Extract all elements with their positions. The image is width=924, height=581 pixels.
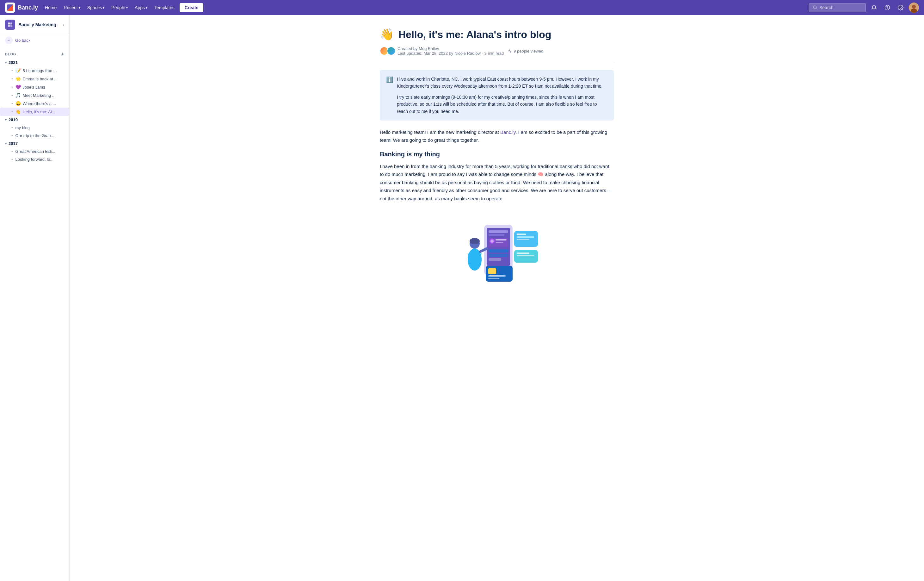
nav-apps[interactable]: Apps ▾ xyxy=(132,3,150,12)
workspace-icon xyxy=(5,20,15,30)
item-emoji: 💜 xyxy=(15,84,21,89)
blog-item-hello-active[interactable]: • 👋 Hello, it's me: Al... xyxy=(0,108,69,116)
bullet-icon: • xyxy=(12,93,13,98)
nav-spaces[interactable]: Spaces ▾ xyxy=(84,3,108,12)
section-heading-banking: Banking is my thing xyxy=(380,151,614,158)
page-meta: Created by Meg Bailey Last updated: Mar … xyxy=(380,46,614,61)
logo[interactable]: Banc.ly xyxy=(5,3,38,13)
body-paragraph-2: I have been in from the banking industry… xyxy=(380,162,614,203)
svg-rect-28 xyxy=(517,239,530,240)
help-button[interactable] xyxy=(882,3,893,13)
apps-chevron-icon: ▾ xyxy=(146,6,147,10)
year-2021-label: 2021 xyxy=(8,60,18,65)
page-title: Hello, it's me: Alana's intro blog xyxy=(398,29,551,40)
nav-recent[interactable]: Recent ▾ xyxy=(60,3,83,12)
blog-item-ourtrip[interactable]: • Our trip to the Gran... xyxy=(0,132,69,139)
bancly-link[interactable]: Banc.ly xyxy=(500,129,515,135)
workspace-name: Banc.ly Marketing xyxy=(18,22,59,27)
sidebar-blog-section: BLOG + ▾ 2021 • 📝 5 Learnings from... • … xyxy=(0,47,69,166)
item-emoji: 🎵 xyxy=(15,93,21,98)
settings-button[interactable] xyxy=(896,3,906,13)
svg-rect-26 xyxy=(517,233,526,235)
year-2021[interactable]: ▾ 2021 xyxy=(0,58,69,66)
svg-rect-30 xyxy=(517,253,530,254)
year-2017-label: 2017 xyxy=(8,141,18,146)
sidebar: Banc.ly Marketing ‹ ← Go back BLOG + ▾ 2… xyxy=(0,15,69,581)
blog-item-where[interactable]: • 😄 Where there's a ... xyxy=(0,99,69,108)
blog-item-5learnings[interactable]: • 📝 5 Learnings from... xyxy=(0,66,69,74)
meta-info: Created by Meg Bailey Last updated: Mar … xyxy=(398,46,504,56)
svg-rect-23 xyxy=(488,258,501,261)
recent-chevron-icon: ▾ xyxy=(79,6,80,10)
item-label: Our trip to the Gran... xyxy=(15,133,54,138)
main-nav: Home Recent ▾ Spaces ▾ People ▾ Apps ▾ T… xyxy=(42,3,808,12)
nav-people[interactable]: People ▾ xyxy=(108,3,131,12)
nav-templates[interactable]: Templates xyxy=(151,3,178,12)
blog-item-meet[interactable]: • 🎵 Meet Marketing ... xyxy=(0,91,69,99)
page-views: 9 people viewed xyxy=(508,49,543,53)
search-bar[interactable]: Search xyxy=(809,3,866,12)
sidebar-collapse-button[interactable]: ‹ xyxy=(63,22,64,28)
svg-rect-33 xyxy=(488,268,496,274)
back-arrow-icon: ← xyxy=(5,36,13,44)
blog-item-looking[interactable]: • Looking forward, lo... xyxy=(0,156,69,163)
item-label: 5 Learnings from... xyxy=(23,68,57,73)
create-button[interactable]: Create xyxy=(180,3,204,12)
item-emoji: 👋 xyxy=(15,109,21,114)
item-label: Where there's a ... xyxy=(23,101,56,106)
search-icon xyxy=(813,5,817,10)
svg-point-18 xyxy=(490,240,493,243)
svg-line-1 xyxy=(816,8,817,10)
main-content: 👋 Hello, it's me: Alana's intro blog Cre… xyxy=(69,15,924,581)
item-label: Looking forward, lo... xyxy=(15,157,54,162)
created-by: Created by Meg Bailey xyxy=(398,46,504,51)
bullet-icon: • xyxy=(12,68,13,73)
blog-item-emma[interactable]: • 🌟 Emma is back at ... xyxy=(0,74,69,83)
add-item-button[interactable]: + xyxy=(61,51,64,57)
item-label: Emma is back at ... xyxy=(23,76,58,81)
svg-rect-31 xyxy=(517,255,534,257)
search-placeholder: Search xyxy=(819,5,833,10)
item-label: Great American Ecli... xyxy=(15,149,55,154)
caret-2017: ▾ xyxy=(5,142,7,145)
svg-rect-15 xyxy=(488,234,504,236)
blog-item-myblog[interactable]: • my blog xyxy=(0,124,69,132)
nav-home[interactable]: Home xyxy=(42,3,60,12)
user-avatar[interactable] xyxy=(909,3,919,13)
logo-icon xyxy=(5,3,15,13)
content-area: 👋 Hello, it's me: Alana's intro blog Cre… xyxy=(361,15,633,313)
item-label: my blog xyxy=(15,125,30,130)
bullet-icon: • xyxy=(12,76,13,81)
svg-rect-14 xyxy=(488,230,508,233)
bullet-icon: • xyxy=(12,85,13,89)
top-navigation: Banc.ly Home Recent ▾ Spaces ▾ People ▾ … xyxy=(0,0,924,15)
bullet-icon: • xyxy=(12,149,13,154)
main-layout: Banc.ly Marketing ‹ ← Go back BLOG + ▾ 2… xyxy=(0,15,924,581)
item-emoji: 📝 xyxy=(15,68,21,73)
bullet-icon: • xyxy=(12,133,13,138)
people-chevron-icon: ▾ xyxy=(126,6,128,10)
page-title-row: 👋 Hello, it's me: Alana's intro blog xyxy=(380,28,614,41)
notifications-button[interactable] xyxy=(869,3,879,13)
bell-icon xyxy=(871,5,877,10)
svg-point-6 xyxy=(912,5,916,8)
body-paragraph-1: Hello marketing team! I am the new marke… xyxy=(380,128,614,144)
info-para-1: I live and work in Charlotte, NC. I work… xyxy=(397,76,607,90)
item-emoji: 😄 xyxy=(15,101,21,106)
item-emoji: 🌟 xyxy=(15,76,21,81)
svg-rect-34 xyxy=(488,275,506,276)
info-callout-box: ℹ️ I live and work in Charlotte, NC. I w… xyxy=(380,70,614,121)
info-para-2: I try to slate early mornings (9-10:30 a… xyxy=(397,94,607,115)
author-avatar-2 xyxy=(387,46,396,55)
year-2017[interactable]: ▾ 2017 xyxy=(0,139,69,147)
svg-rect-19 xyxy=(495,239,507,240)
bullet-icon: • xyxy=(12,157,13,162)
bullet-icon: • xyxy=(12,101,13,106)
blog-item-jose[interactable]: • 💜 Jose's Jams xyxy=(0,83,69,91)
go-back-button[interactable]: ← Go back xyxy=(0,33,69,47)
go-back-label: Go back xyxy=(15,38,30,43)
views-icon xyxy=(508,49,512,53)
svg-point-37 xyxy=(470,238,480,244)
year-2019[interactable]: ▾ 2019 xyxy=(0,116,69,124)
blog-item-eclipse[interactable]: • Great American Ecli... xyxy=(0,147,69,156)
